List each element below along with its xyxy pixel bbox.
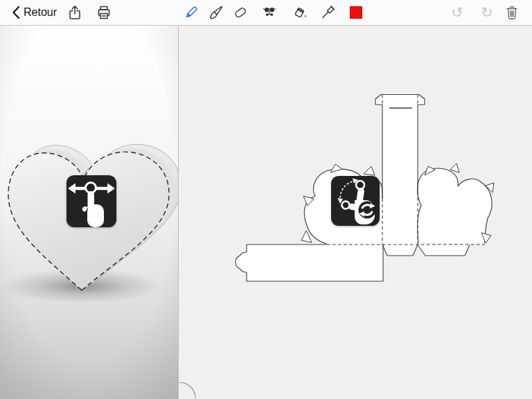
eraser-icon <box>232 4 249 21</box>
eyedropper-icon <box>319 4 336 21</box>
paint-bucket-icon <box>292 4 309 21</box>
stickers-tool-button[interactable] <box>261 4 278 21</box>
preview-3d-canvas[interactable] <box>0 26 178 399</box>
print-button[interactable] <box>96 4 112 21</box>
fill-tool-button[interactable] <box>292 4 309 21</box>
swipe-horizontal-gesture-icon <box>66 175 116 227</box>
brush-tool-button[interactable] <box>208 4 224 21</box>
disguise-glasses-mustache-icon <box>261 4 278 21</box>
pencil-icon <box>183 4 200 21</box>
page-curl-indicator[interactable] <box>179 381 197 399</box>
back-label: Retour <box>24 6 57 19</box>
brush-icon <box>208 4 224 21</box>
back-button[interactable]: Retour <box>7 0 60 25</box>
eraser-tool-button[interactable] <box>232 4 249 21</box>
workspace <box>0 26 532 399</box>
print-icon <box>96 4 112 21</box>
redo-button[interactable]: ↻ <box>479 4 495 21</box>
trash-button[interactable] <box>504 4 520 21</box>
template-2d-canvas[interactable] <box>179 26 532 399</box>
chevron-left-icon <box>10 4 22 21</box>
toolbar: Retour <box>0 0 532 26</box>
current-color-swatch[interactable] <box>350 6 362 19</box>
trash-icon <box>504 4 520 21</box>
rotate-gesture-icon <box>331 176 380 226</box>
undo-button[interactable]: ↺ <box>449 4 466 21</box>
share-icon <box>66 4 83 21</box>
eyedropper-tool-button[interactable] <box>319 4 336 21</box>
share-button[interactable] <box>66 4 83 21</box>
pencil-tool-button[interactable] <box>183 4 200 21</box>
